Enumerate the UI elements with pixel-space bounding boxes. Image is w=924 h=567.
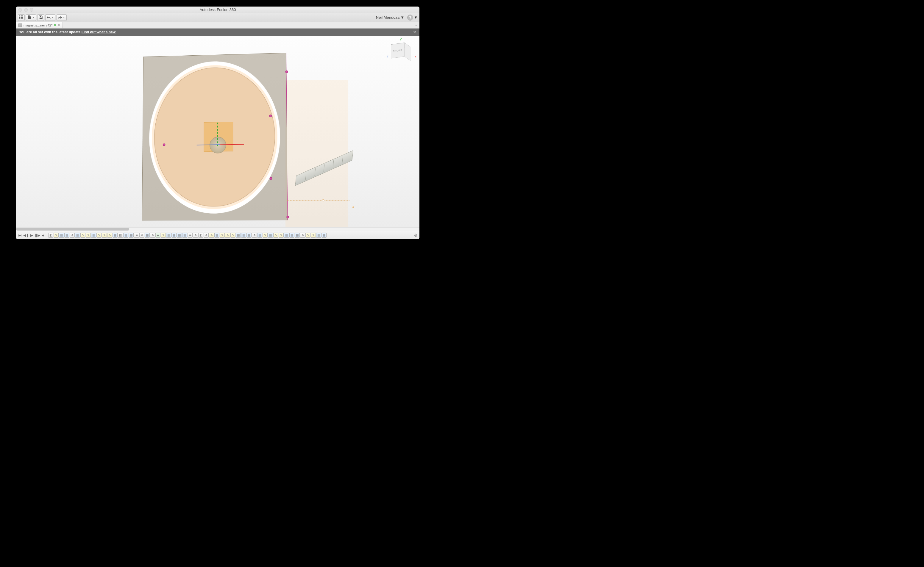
timeline-play-controls: ⏮ ◀❚ ▶ ❚▶ ⏭ bbox=[18, 233, 45, 237]
timeline-feature-node[interactable]: ▦ bbox=[171, 232, 177, 238]
axis-x-label: X bbox=[415, 56, 416, 58]
timeline-feature-node[interactable]: ▦ bbox=[284, 232, 289, 238]
svg-rect-4 bbox=[21, 17, 22, 18]
timeline-feature-node[interactable]: ✎ bbox=[311, 232, 316, 238]
timeline-feature-node[interactable]: ▦ bbox=[316, 232, 321, 238]
undo-button[interactable]: ▼ bbox=[45, 14, 56, 21]
timeline-feature-node[interactable]: ▦ bbox=[113, 232, 117, 238]
timeline-feature-node[interactable]: ≣ bbox=[188, 232, 192, 238]
scrollbar-thumb[interactable] bbox=[16, 228, 129, 231]
timeline-feature-node[interactable]: ▦ bbox=[166, 232, 171, 238]
timeline-feature-node[interactable]: ≣ bbox=[134, 232, 139, 238]
window-controls bbox=[18, 8, 33, 12]
timeline: ⏮ ◀❚ ▶ ❚▶ ⏭ ◧✎▦▦✥▦✎✎▦✎✎✎▦◧▦▦≣✥▦✥◆✎▦▦▦▦≣✥… bbox=[16, 231, 419, 239]
timeline-feature-node[interactable]: ▦ bbox=[123, 232, 128, 238]
timeline-feature-node[interactable]: ✎ bbox=[102, 232, 107, 238]
svg-rect-7 bbox=[21, 18, 22, 20]
timeline-feature-node[interactable]: ✎ bbox=[80, 232, 86, 238]
minimize-window-icon[interactable] bbox=[24, 8, 28, 12]
timeline-feature-node[interactable]: ✎ bbox=[96, 232, 102, 238]
data-panel-button[interactable] bbox=[18, 14, 25, 21]
timeline-feature-node[interactable]: ▦ bbox=[59, 232, 64, 238]
expand-ribbon-button[interactable]: ︿ bbox=[413, 22, 419, 28]
timeline-feature-node[interactable]: ▦ bbox=[295, 232, 300, 238]
timeline-feature-node[interactable]: ▦ bbox=[268, 232, 273, 238]
sketch-endpoint-icon[interactable] bbox=[322, 200, 324, 201]
timeline-feature-node[interactable]: ✎ bbox=[230, 232, 236, 238]
sketch-point-icon[interactable] bbox=[286, 216, 289, 218]
timeline-feature-node[interactable]: ✎ bbox=[107, 232, 112, 238]
timeline-feature-node[interactable]: ▦ bbox=[241, 232, 246, 238]
timeline-feature-node[interactable]: ✥ bbox=[150, 232, 155, 238]
viewcube-right-face[interactable] bbox=[404, 42, 410, 61]
update-banner: You are all set with the latest update. … bbox=[16, 28, 419, 36]
model-body[interactable] bbox=[142, 53, 288, 221]
timeline-feature-node[interactable]: ✎ bbox=[220, 232, 225, 238]
timeline-start-button[interactable]: ⏮ bbox=[18, 233, 22, 237]
construction-line bbox=[287, 207, 358, 207]
timeline-feature-node[interactable]: ✎ bbox=[273, 232, 278, 238]
timeline-feature-node[interactable]: ✎ bbox=[225, 232, 230, 238]
timeline-settings-button[interactable]: ⚙ bbox=[414, 233, 418, 238]
timeline-feature-node[interactable]: ▦ bbox=[75, 232, 80, 238]
timeline-play-button[interactable]: ▶ bbox=[30, 233, 33, 237]
timeline-feature-node[interactable]: ✥ bbox=[300, 232, 305, 238]
design-canvas[interactable]: X Y Z FRONT bbox=[16, 36, 419, 227]
svg-rect-10 bbox=[40, 18, 42, 19]
timeline-feature-node[interactable]: ✎ bbox=[161, 232, 166, 238]
timeline-feature-node[interactable]: ✎ bbox=[279, 232, 284, 238]
banner-link[interactable]: Find out what's new. bbox=[81, 30, 116, 34]
view-cube[interactable]: X Y Z FRONT bbox=[389, 40, 414, 65]
viewcube-front-face[interactable]: FRONT bbox=[391, 42, 404, 58]
sketch-point-icon[interactable] bbox=[285, 70, 288, 73]
file-icon bbox=[27, 15, 31, 20]
timeline-feature-node[interactable]: ✎ bbox=[54, 232, 59, 238]
timeline-feature-node[interactable]: ▦ bbox=[214, 232, 219, 238]
close-window-icon[interactable] bbox=[18, 8, 22, 12]
sketch-endpoint-icon[interactable] bbox=[352, 206, 354, 208]
timeline-feature-node[interactable]: ✥ bbox=[204, 232, 209, 238]
close-banner-button[interactable]: ✕ bbox=[413, 30, 416, 34]
timeline-feature-node[interactable]: ▦ bbox=[289, 232, 294, 238]
timeline-feature-node[interactable]: ▦ bbox=[129, 232, 134, 238]
close-tab-icon[interactable]: ✕ bbox=[57, 23, 60, 27]
document-tab[interactable]: magnet s…ner v42* ✕ bbox=[16, 22, 63, 28]
redo-button[interactable]: ▼ bbox=[57, 14, 67, 21]
timeline-step-back-button[interactable]: ◀❚ bbox=[23, 233, 29, 237]
timeline-feature-node[interactable]: ✎ bbox=[263, 232, 267, 238]
timeline-feature-node[interactable]: ▦ bbox=[177, 232, 182, 238]
timeline-feature-node[interactable]: ✥ bbox=[193, 232, 198, 238]
timeline-feature-node[interactable]: ✥ bbox=[252, 232, 257, 238]
chevron-down-icon: ▼ bbox=[32, 16, 35, 19]
timeline-end-button[interactable]: ⏭ bbox=[41, 233, 45, 237]
timeline-feature-node[interactable]: ✥ bbox=[139, 232, 144, 238]
timeline-feature-node[interactable]: ◧ bbox=[48, 232, 53, 238]
timeline-feature-node[interactable]: ▦ bbox=[322, 232, 326, 238]
timeline-feature-node[interactable]: ✎ bbox=[209, 232, 214, 238]
timeline-feature-node[interactable]: ◧ bbox=[118, 232, 123, 238]
timeline-feature-node[interactable]: ▦ bbox=[182, 232, 187, 238]
chevron-down-icon: ▼ bbox=[63, 16, 65, 19]
timeline-feature-node[interactable]: ◧ bbox=[198, 232, 203, 238]
timeline-feature-node[interactable]: ▦ bbox=[145, 232, 150, 238]
timeline-feature-node[interactable]: ✎ bbox=[86, 232, 91, 238]
save-button[interactable] bbox=[37, 14, 44, 21]
timeline-feature-node[interactable]: ▦ bbox=[91, 232, 96, 238]
timeline-scrollbar[interactable] bbox=[16, 227, 419, 231]
timeline-feature-node[interactable]: ◆ bbox=[155, 232, 161, 238]
timeline-step-forward-button[interactable]: ❚▶ bbox=[34, 233, 41, 237]
timeline-feature-node[interactable]: ✥ bbox=[70, 232, 75, 238]
timeline-feature-node[interactable]: ▦ bbox=[257, 232, 262, 238]
timeline-feature-node[interactable]: ▦ bbox=[246, 232, 252, 238]
timeline-feature-node[interactable]: ✎ bbox=[305, 232, 311, 238]
design-cube-icon bbox=[18, 24, 22, 27]
axis-y-label: Y bbox=[400, 38, 402, 41]
axis-z-label: Z bbox=[387, 56, 389, 58]
zoom-window-icon[interactable] bbox=[30, 8, 33, 12]
timeline-feature-node[interactable]: ▦ bbox=[64, 232, 69, 238]
timeline-feature-node[interactable]: ▦ bbox=[236, 232, 241, 238]
help-menu-button[interactable]: ? ▼ bbox=[407, 15, 418, 21]
file-menu-button[interactable]: ▼ bbox=[26, 14, 36, 21]
timeline-features: ◧✎▦▦✥▦✎✎▦✎✎✎▦◧▦▦≣✥▦✥◆✎▦▦▦▦≣✥◧✥✎▦✎✎✎▦▦▦✥▦… bbox=[48, 232, 326, 238]
user-menu-button[interactable]: Neil Mendoza ▼ bbox=[374, 15, 406, 20]
